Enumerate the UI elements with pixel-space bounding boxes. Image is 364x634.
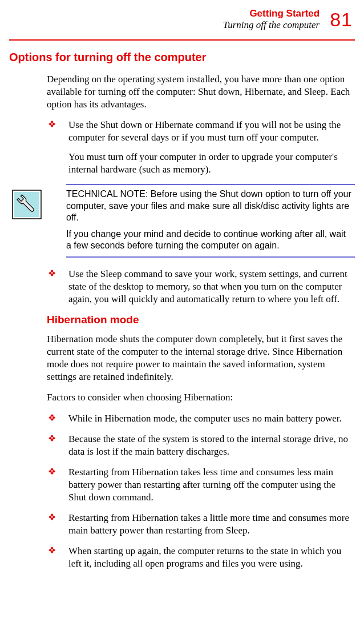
list-item: Use the Sleep command to save your work,… <box>47 268 353 306</box>
list-item: Because the state of the system is store… <box>47 433 353 458</box>
note-rule-bottom <box>66 256 355 258</box>
section-title: Turning off the computer <box>223 19 320 31</box>
page-header: Getting Started Turning off the computer… <box>9 8 355 31</box>
list-item-subtext: You must turn off your computer in order… <box>68 151 353 176</box>
chapter-title: Getting Started <box>223 8 320 19</box>
list-item-text: Use the Sleep command to save your work,… <box>68 268 347 304</box>
hibernation-bullet-list: While in Hibernation mode, the computer … <box>47 412 353 571</box>
wrench-icon <box>12 190 42 219</box>
list-item-text: When starting up again, the computer ret… <box>68 545 341 569</box>
note-rule-top <box>66 184 355 185</box>
hibernation-lead: Factors to consider when choosing Hibern… <box>47 391 353 404</box>
note-body: TECHNICAL NOTE: Before using the Shut do… <box>66 188 353 251</box>
note-paragraph-1: TECHNICAL NOTE: Before using the Shut do… <box>66 188 353 223</box>
list-item: Use the Shut down or Hibernate command i… <box>47 119 353 176</box>
hibernation-intro: Hibernation mode shuts the computer down… <box>47 333 353 383</box>
list-item-text: Use the Shut down or Hibernate command i… <box>68 119 341 143</box>
header-rule <box>9 39 355 41</box>
list-item: While in Hibernation mode, the computer … <box>47 412 353 425</box>
bullet-list-1: Use the Shut down or Hibernate command i… <box>47 119 353 176</box>
heading-2: Hibernation mode <box>47 314 353 326</box>
list-item-text: While in Hibernation mode, the computer … <box>68 413 342 424</box>
intro-paragraph: Depending on the operating system instal… <box>47 73 353 111</box>
note-paragraph-2: If you change your mind and decide to co… <box>66 228 353 252</box>
list-item-text: Because the state of the system is store… <box>68 434 348 457</box>
heading-1: Options for turning off the computer <box>9 51 355 64</box>
technical-note: TECHNICAL NOTE: Before using the Shut do… <box>9 184 355 257</box>
document-page: Getting Started Turning off the computer… <box>0 0 364 570</box>
list-item: Restarting from Hibernation takes a litt… <box>47 512 353 537</box>
list-item: When starting up again, the computer ret… <box>47 545 353 570</box>
page-number: 81 <box>330 9 353 31</box>
bullet-list-2: Use the Sleep command to save your work,… <box>47 268 353 306</box>
header-titles: Getting Started Turning off the computer <box>223 8 320 31</box>
list-item-text: Restarting from Hibernation takes a litt… <box>68 512 349 536</box>
list-item: Restarting from Hibernation takes less t… <box>47 466 353 504</box>
list-item-text: Restarting from Hibernation takes less t… <box>68 467 335 503</box>
